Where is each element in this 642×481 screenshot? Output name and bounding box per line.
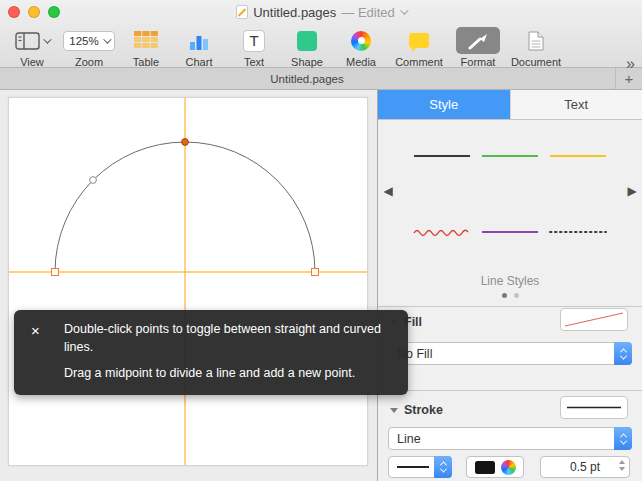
line-style-preset[interactable] bbox=[548, 146, 608, 166]
view-button[interactable]: View bbox=[10, 25, 54, 68]
window-edited-text: — Edited bbox=[341, 5, 394, 20]
page-dot[interactable] bbox=[514, 293, 519, 298]
shape-label: Shape bbox=[281, 56, 333, 68]
color-wheel-icon[interactable] bbox=[501, 460, 516, 475]
dropdown-stepper-icon bbox=[434, 456, 452, 478]
current-color-swatch[interactable] bbox=[475, 461, 495, 474]
line-style-preset[interactable] bbox=[412, 222, 472, 242]
comment-label: Comment bbox=[391, 56, 447, 68]
text-label: Text bbox=[228, 56, 280, 68]
line-style-preset[interactable] bbox=[480, 222, 540, 242]
section-divider bbox=[378, 390, 642, 391]
paintbrush-icon bbox=[466, 32, 490, 50]
tab-style[interactable]: Style bbox=[378, 90, 510, 119]
fill-type-dropdown[interactable]: No Fill bbox=[388, 342, 632, 365]
carousel-page-dots[interactable] bbox=[378, 293, 642, 298]
carousel-prev-icon[interactable]: ◀ bbox=[380, 184, 396, 198]
shape-icon bbox=[297, 31, 317, 51]
text-button[interactable]: T Text bbox=[228, 25, 280, 68]
line-style-preset[interactable] bbox=[548, 222, 608, 242]
zoom-control[interactable]: 125% Zoom bbox=[60, 25, 118, 68]
media-icon bbox=[351, 31, 371, 51]
line-styles-caption: Line Styles bbox=[378, 274, 642, 288]
format-button[interactable]: Format bbox=[450, 25, 506, 68]
disclosure-triangle-icon[interactable] bbox=[390, 408, 398, 413]
stepper-arrows-icon[interactable] bbox=[619, 460, 625, 471]
media-button[interactable]: Media bbox=[335, 25, 387, 68]
zoom-chevron-icon bbox=[103, 35, 111, 43]
zoom-label: Zoom bbox=[60, 56, 118, 68]
zoom-value: 125% bbox=[69, 35, 98, 47]
dropdown-stepper-icon bbox=[614, 427, 632, 450]
toolbar: View 125% Zoom bbox=[0, 22, 642, 68]
apex-point-handle[interactable] bbox=[182, 139, 189, 146]
right-endpoint-handle[interactable] bbox=[312, 269, 319, 276]
document-icon bbox=[528, 31, 544, 51]
curve-midpoint-handle[interactable] bbox=[90, 177, 97, 184]
table-label: Table bbox=[120, 56, 172, 68]
line-style-preset[interactable] bbox=[412, 146, 472, 166]
table-button[interactable]: Table bbox=[120, 25, 172, 68]
zoom-dropdown[interactable]: 125% bbox=[63, 31, 115, 51]
stroke-type-value: Line bbox=[397, 432, 421, 446]
canvas-area[interactable] bbox=[0, 90, 377, 481]
document-proxy-icon bbox=[236, 5, 248, 19]
line-style-preset[interactable] bbox=[480, 146, 540, 166]
stroke-type-dropdown[interactable]: Line bbox=[388, 427, 632, 450]
stroke-color-well[interactable] bbox=[466, 456, 524, 478]
tab-bar: Untitled.pages + bbox=[0, 68, 642, 90]
coaching-tooltip: × Double-click points to toggle between … bbox=[14, 310, 408, 395]
view-label: View bbox=[10, 56, 54, 68]
comment-icon bbox=[409, 33, 429, 48]
window-title-text: Untitled.pages bbox=[253, 5, 336, 20]
stroke-style-sample bbox=[395, 462, 431, 472]
format-label: Format bbox=[450, 56, 506, 68]
document-tab[interactable]: Untitled.pages bbox=[0, 68, 614, 89]
chart-label: Chart bbox=[173, 56, 225, 68]
line-style-presets bbox=[408, 138, 612, 250]
tooltip-line-1: Double-click points to toggle between st… bbox=[64, 321, 394, 356]
comment-button[interactable]: Comment bbox=[391, 25, 447, 68]
document-button[interactable]: Document bbox=[506, 25, 566, 68]
fill-preview-swatch[interactable] bbox=[560, 308, 628, 331]
view-icon bbox=[15, 32, 40, 50]
inspector-tabs: Style Text bbox=[378, 90, 642, 120]
stroke-width-value: 0.5 pt bbox=[570, 460, 600, 474]
view-chevron-icon bbox=[43, 35, 51, 43]
document-label: Document bbox=[506, 56, 566, 68]
text-icon: T bbox=[243, 30, 265, 52]
left-endpoint-handle[interactable] bbox=[52, 269, 59, 276]
tab-text[interactable]: Text bbox=[510, 90, 642, 119]
shape-button[interactable]: Shape bbox=[281, 25, 333, 68]
close-icon[interactable]: × bbox=[31, 320, 40, 341]
section-divider bbox=[378, 306, 642, 307]
main-area: Style Text ◀ ▶ bbox=[0, 90, 642, 481]
chart-icon bbox=[188, 31, 210, 51]
window-chrome: Untitled.pages — Edited View bbox=[0, 0, 642, 68]
stroke-preview-swatch[interactable] bbox=[560, 396, 628, 419]
format-selected-pill bbox=[456, 27, 500, 54]
media-label: Media bbox=[335, 56, 387, 68]
format-inspector: Style Text ◀ ▶ bbox=[378, 90, 642, 481]
chart-button[interactable]: Chart bbox=[173, 25, 225, 68]
pages-window: Untitled.pages — Edited View bbox=[0, 0, 642, 481]
title-chevron-icon[interactable] bbox=[400, 6, 408, 14]
add-tab-button[interactable]: + bbox=[615, 68, 642, 89]
stroke-label: Stroke bbox=[404, 403, 443, 417]
table-icon bbox=[134, 31, 158, 50]
page[interactable] bbox=[8, 97, 368, 466]
dropdown-stepper-icon bbox=[614, 342, 632, 365]
page-dot[interactable] bbox=[502, 293, 507, 298]
stroke-style-dropdown[interactable] bbox=[388, 456, 452, 478]
stroke-section-header[interactable]: Stroke bbox=[390, 403, 443, 417]
stroke-width-stepper[interactable]: 0.5 pt bbox=[540, 456, 630, 478]
window-title: Untitled.pages — Edited bbox=[0, 3, 642, 21]
tooltip-line-2: Drag a midpoint to divide a line and add… bbox=[64, 365, 394, 383]
carousel-next-icon[interactable]: ▶ bbox=[624, 184, 640, 198]
